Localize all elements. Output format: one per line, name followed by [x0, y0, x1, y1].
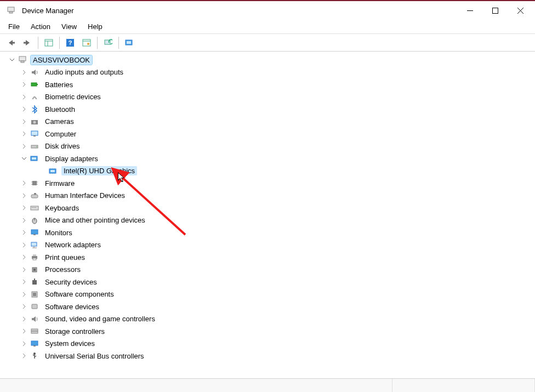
tree-item-cameras[interactable]: Cameras — [4, 116, 535, 128]
tree-item-print-queues[interactable]: Print queues — [4, 251, 535, 264]
tree-item-sound-video-game[interactable]: Sound, video and game controllers — [4, 313, 535, 326]
expander-icon[interactable] — [20, 154, 29, 163]
expander-icon[interactable] — [20, 191, 29, 200]
tree-item-label[interactable]: Firmware — [43, 179, 77, 188]
expander-icon[interactable] — [20, 129, 29, 138]
expander-icon[interactable] — [20, 315, 29, 323]
forward-button[interactable] — [20, 36, 35, 50]
tree-item-software-devices[interactable]: Software devices — [4, 300, 535, 313]
tree-item-monitors[interactable]: Monitors — [4, 226, 535, 239]
tree-root-label[interactable]: ASUSVIVOBOOK — [31, 55, 92, 65]
expander-icon[interactable] — [20, 253, 29, 262]
tree-item-label[interactable]: Sound, video and game controllers — [43, 314, 157, 323]
expander-icon[interactable] — [20, 327, 29, 336]
expander-icon[interactable] — [20, 351, 29, 360]
tree-item-label[interactable]: Mice and other pointing devices — [43, 215, 147, 225]
software-device-icon — [30, 302, 39, 311]
tree-item-audio[interactable]: Audio inputs and outputs — [4, 66, 535, 79]
tree-item-system-devices[interactable]: System devices — [4, 338, 535, 350]
close-button[interactable] — [508, 2, 533, 19]
tree-item-label[interactable]: Software devices — [43, 302, 101, 311]
tree-item-label[interactable]: Monitors — [43, 228, 75, 237]
minimize-button[interactable] — [457, 2, 482, 19]
device-tree[interactable]: ASUSVIVOBOOK Audio inputs and outputs Ba… — [0, 52, 535, 378]
add-legacy-hardware-button[interactable] — [122, 36, 137, 50]
display-adapter-icon — [48, 166, 58, 176]
tree-item-label[interactable]: Network adapters — [43, 240, 103, 249]
tree-item-bluetooth[interactable]: Bluetooth — [4, 103, 535, 116]
expander-icon[interactable] — [20, 117, 29, 126]
tree-item-network[interactable]: Network adapters — [4, 239, 535, 252]
expander-icon[interactable] — [20, 142, 29, 151]
svg-rect-26 — [33, 135, 36, 137]
expander-icon[interactable] — [20, 203, 29, 212]
help-button[interactable]: ? — [62, 36, 78, 50]
tree-item-label[interactable]: Biometric devices — [43, 92, 103, 101]
tree-item-firmware[interactable]: Firmware — [4, 177, 535, 190]
expander-icon[interactable] — [20, 68, 29, 77]
expander-icon[interactable] — [20, 290, 29, 299]
tree-item-label[interactable]: Storage controllers — [43, 327, 107, 336]
menu-action[interactable]: Action — [26, 20, 55, 33]
tree-item-keyboards[interactable]: Keyboards — [4, 202, 535, 214]
svg-rect-32 — [50, 170, 55, 172]
tree-item-display-adapters[interactable]: Display adapters — [4, 152, 535, 165]
monitor-icon — [30, 228, 39, 237]
tree-item-label[interactable]: Universal Serial Bus controllers — [43, 351, 146, 361]
tree-item-software-components[interactable]: Software components — [4, 288, 535, 301]
tree-item-intel-uhd[interactable]: Intel(R) UHD Graphics — [4, 165, 535, 178]
tree-item-label[interactable]: Display adapters — [43, 154, 100, 163]
expander-icon[interactable] — [20, 105, 29, 113]
display-adapter-icon — [30, 154, 39, 163]
tree-item-label[interactable]: Bluetooth — [43, 105, 77, 114]
tree-item-storage-controllers[interactable]: Storage controllers — [4, 325, 535, 338]
tree-item-label[interactable]: Print queues — [43, 253, 87, 262]
tree-item-label[interactable]: Keyboards — [43, 203, 81, 213]
menu-view[interactable]: View — [56, 20, 82, 33]
properties-button[interactable] — [79, 36, 94, 50]
menu-file[interactable]: File — [3, 20, 25, 33]
scan-hardware-button[interactable] — [100, 36, 116, 50]
tree-item-label[interactable]: Disk drives — [43, 141, 82, 151]
tree-item-biometric[interactable]: Biometric devices — [4, 91, 535, 104]
tree-item-security[interactable]: Security devices — [4, 276, 535, 288]
window-title: Device Manager — [22, 7, 74, 15]
menu-help[interactable]: Help — [83, 20, 107, 33]
tree-item-hid[interactable]: Human Interface Devices — [4, 190, 535, 202]
tree-item-label[interactable]: Intel(R) UHD Graphics — [61, 166, 137, 175]
show-hide-console-button[interactable] — [41, 36, 56, 50]
expander-icon[interactable] — [20, 179, 29, 188]
expander-icon[interactable] — [20, 216, 29, 225]
tree-item-disk-drives[interactable]: Disk drives — [4, 140, 535, 153]
tree-item-label[interactable]: Computer — [43, 129, 78, 139]
security-icon — [30, 277, 39, 287]
tree-item-label[interactable]: Audio inputs and outputs — [43, 67, 126, 77]
expander-icon[interactable] — [20, 302, 29, 311]
expander-icon[interactable] — [20, 339, 29, 348]
tree-item-label[interactable]: Software components — [43, 289, 116, 299]
tree-item-processors[interactable]: Processors — [4, 264, 535, 276]
maximize-button[interactable] — [482, 2, 508, 19]
expander-icon[interactable] — [20, 228, 29, 237]
tree-item-batteries[interactable]: Batteries — [4, 78, 535, 91]
expander-icon[interactable] — [20, 93, 29, 101]
svg-rect-53 — [33, 269, 36, 271]
tree-item-computer[interactable]: Computer — [4, 128, 535, 140]
tree-item-usb-controllers[interactable]: Universal Serial Bus controllers — [4, 350, 535, 362]
tree-item-label[interactable]: Batteries — [43, 80, 75, 89]
back-button[interactable] — [3, 36, 19, 50]
tree-root[interactable]: ASUSVIVOBOOK — [4, 54, 535, 66]
expander-icon[interactable] — [20, 80, 29, 89]
usb-icon — [30, 351, 39, 361]
expander-icon[interactable] — [8, 55, 16, 64]
tree-item-mice[interactable]: Mice and other pointing devices — [4, 214, 535, 227]
toolbar-separator — [38, 37, 38, 49]
expander-icon[interactable] — [20, 241, 29, 249]
tree-item-label[interactable]: Security devices — [43, 277, 99, 287]
tree-item-label[interactable]: Processors — [43, 265, 83, 274]
expander-icon[interactable] — [20, 265, 29, 274]
tree-item-label[interactable]: Human Interface Devices — [43, 191, 127, 200]
tree-item-label[interactable]: System devices — [43, 339, 97, 348]
expander-icon[interactable] — [20, 277, 29, 286]
tree-item-label[interactable]: Cameras — [43, 117, 76, 126]
